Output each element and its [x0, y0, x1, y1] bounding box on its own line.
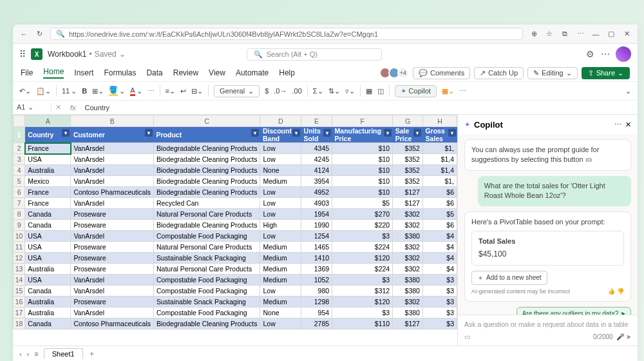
app-launcher-icon[interactable]: ⠿ — [19, 49, 26, 59]
cell[interactable]: VanArsdel — [71, 154, 154, 165]
cell[interactable]: Low — [260, 318, 301, 329]
font-color-icon[interactable]: A⌄ — [130, 86, 142, 96]
cell[interactable]: 3954 — [301, 176, 332, 187]
cell[interactable]: $4 — [422, 242, 457, 253]
cell[interactable]: $352 — [393, 154, 423, 165]
tab-prev-icon[interactable]: ‹ — [19, 350, 22, 358]
autosum-icon[interactable]: Σ⌄ — [313, 87, 323, 95]
share-button[interactable]: ⇪Share⌄ — [582, 67, 630, 79]
cell[interactable]: VanArsdel — [71, 286, 154, 297]
filter-icon[interactable]: ▾ — [413, 129, 421, 137]
cell[interactable]: Biodegradable Cleaning Products — [154, 165, 260, 176]
row-header[interactable]: 2 — [14, 143, 25, 154]
cell[interactable]: Biodegradable Cleaning Products — [154, 318, 260, 329]
catchup-button[interactable]: ↗Catch Up — [474, 67, 524, 79]
refresh-icon[interactable]: ↻ — [35, 30, 44, 39]
cell[interactable]: Biodegradable Cleaning Products — [154, 154, 260, 165]
cell[interactable]: Recycled Can — [154, 198, 260, 209]
cell[interactable]: 1410 — [301, 253, 332, 264]
col-header[interactable]: G — [393, 115, 423, 127]
document-title[interactable]: Workbook1 • Saved ⌄ — [48, 50, 126, 59]
collections-icon[interactable]: ⧉ — [560, 30, 569, 39]
cell[interactable]: Proseware — [71, 220, 154, 231]
row-header[interactable]: 10 — [14, 231, 25, 242]
cell[interactable]: $3 — [422, 307, 457, 318]
col-header[interactable]: E — [301, 115, 332, 127]
menu-help[interactable]: Help — [279, 68, 295, 77]
filter-icon[interactable]: ▾ — [251, 129, 259, 137]
filter-icon[interactable]: ▾ — [145, 129, 153, 137]
cell[interactable]: USA — [25, 242, 71, 253]
row-header[interactable]: 8 — [14, 209, 25, 220]
menu-review[interactable]: Review — [173, 68, 198, 77]
cell[interactable]: Mexico — [25, 176, 71, 187]
align-center-icon[interactable]: ≡⌄ — [166, 87, 175, 95]
filter-icon[interactable]: ▾ — [448, 129, 456, 137]
bold-button[interactable]: B — [82, 87, 87, 95]
table-header[interactable]: Country▾ — [25, 127, 71, 143]
cond-format-icon[interactable]: ▦ — [366, 87, 372, 95]
thumbs-down-icon[interactable]: 👎 — [617, 288, 624, 295]
cell[interactable]: Contoso Pharmaceuticals — [71, 318, 154, 329]
col-header[interactable]: B — [71, 115, 154, 127]
row-header[interactable]: 5 — [14, 176, 25, 187]
cell[interactable]: $380 — [393, 231, 423, 242]
cell[interactable]: Compostable Food Packaging — [154, 275, 260, 286]
filter-icon[interactable]: ▿⌄ — [345, 87, 355, 95]
row-header[interactable]: 16 — [14, 297, 25, 307]
decimal-inc-icon[interactable]: .0→ — [274, 87, 287, 95]
settings-icon[interactable]: ⚙ — [585, 49, 595, 59]
cell[interactable]: $10 — [332, 165, 393, 176]
chevron-down-icon[interactable]: ⌄ — [119, 50, 126, 59]
filter-icon[interactable]: ▾ — [292, 129, 300, 137]
cell[interactable]: Biodegradable Cleaning Products — [154, 176, 260, 187]
cell[interactable]: $302 — [393, 297, 423, 307]
cell[interactable]: $5 — [332, 198, 393, 209]
more-font-icon[interactable]: ⋯ — [147, 87, 155, 95]
cell[interactable]: $1,4 — [422, 154, 457, 165]
cell[interactable]: $10 — [332, 154, 393, 165]
row-header[interactable]: 15 — [14, 286, 25, 297]
cell[interactable]: $224 — [332, 242, 393, 253]
cell[interactable]: $4 — [422, 231, 457, 242]
cell[interactable]: $380 — [393, 307, 423, 318]
cell[interactable]: $3 — [422, 318, 457, 329]
cell[interactable]: VanArsdel — [71, 307, 154, 318]
cell[interactable]: $352 — [393, 165, 423, 176]
undo-icon[interactable]: ↶⌄ — [19, 87, 31, 95]
cell[interactable]: $120 — [332, 297, 393, 307]
cell[interactable]: Australia — [25, 264, 71, 275]
cell[interactable]: Low — [260, 143, 301, 154]
cell[interactable]: $302 — [393, 220, 423, 231]
cell[interactable]: 954 — [301, 307, 332, 318]
table-header[interactable]: Units Sold▾ — [301, 127, 332, 143]
cell[interactable]: Low — [260, 198, 301, 209]
row-header[interactable]: 11 — [14, 242, 25, 253]
minimize-icon[interactable]: — — [591, 30, 600, 39]
more-icon[interactable]: ⋯ — [600, 49, 611, 59]
back-icon[interactable]: ← — [19, 30, 28, 39]
cell[interactable]: $6 — [422, 220, 457, 231]
cell[interactable]: Low — [260, 209, 301, 220]
cell[interactable]: VanArsdel — [71, 198, 154, 209]
menu-data[interactable]: Data — [146, 68, 162, 77]
cell[interactable]: $3 — [422, 286, 457, 297]
all-sheets-icon[interactable]: ≡ — [34, 350, 38, 358]
cell[interactable]: $10 — [332, 176, 393, 187]
cell[interactable]: Compostable Food Packaging — [154, 307, 260, 318]
sort-icon[interactable]: ⇅⌄ — [328, 87, 340, 95]
cell[interactable]: France — [25, 143, 71, 154]
more-icon[interactable]: ⋯ — [614, 121, 621, 129]
cell[interactable]: $220 — [332, 220, 393, 231]
cell[interactable]: VanArsdel — [71, 231, 154, 242]
cell[interactable]: $380 — [393, 286, 423, 297]
cell[interactable]: Proseware — [71, 264, 154, 275]
table-icon[interactable]: ▦⌄ — [442, 87, 454, 95]
cell[interactable]: Natural Personal Care Products — [154, 242, 260, 253]
table-header[interactable]: Sale Price▾ — [393, 127, 423, 143]
cell[interactable]: Sustainable Snack Packaging — [154, 253, 260, 264]
name-box[interactable]: A1 ⌄ — [13, 103, 52, 112]
table-header[interactable]: Customer▾ — [71, 127, 154, 143]
address-bar[interactable]: 🔍 https://onedrive.live.com/:w:/t/EaCKkP… — [50, 28, 523, 40]
cell[interactable]: $3 — [332, 231, 393, 242]
